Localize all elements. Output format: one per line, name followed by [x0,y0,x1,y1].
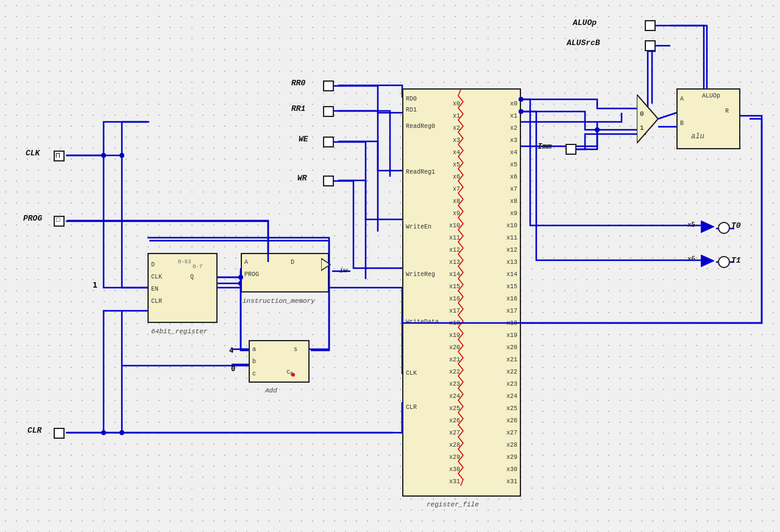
svg-point-9 [101,153,106,158]
we-label: WE [299,135,308,144]
t0-circle[interactable] [718,222,730,234]
wr-label: WR [297,174,307,183]
four-label: 4 [229,346,233,355]
clr-label: CLR [27,426,41,435]
svg-marker-7 [701,221,714,233]
rr1-label: RR1 [291,104,305,113]
circuit-schematic: CLK ⊓ PROG □ CLR D CLK EN CLR Q 0-63 0-7… [0,0,780,532]
extra-wires [0,0,780,532]
svg-text:1: 1 [640,124,644,132]
register-file-label: register_file [427,501,479,508]
t1-label: T1 [731,256,741,265]
we-io-box[interactable] [323,137,334,147]
mux-symbol: 0 1 [637,94,661,143]
t0-label: T0 [731,221,741,230]
svg-marker-3 [321,258,330,271]
prog-box-symbol: □ [56,216,60,224]
imm-label: Imm [537,142,551,151]
wires-layer [0,0,780,532]
iw-label: iw [339,266,347,274]
wr-io-box[interactable] [323,176,334,186]
svg-marker-4 [637,94,658,143]
register64-label: 64bit_register [151,328,207,335]
svg-point-0 [119,153,124,158]
aluop-io-box[interactable] [645,20,656,31]
t1-circle[interactable] [718,256,730,268]
alu-box: A B ALUOp R alu [676,88,740,149]
svg-marker-8 [701,255,714,267]
prog-label: PROG [23,214,42,223]
clk-label: CLK [26,149,40,158]
t1-probe [701,255,718,268]
svg-text:0: 0 [640,110,644,118]
rr1-io-box[interactable] [323,106,334,117]
x6-label: x6 [687,255,695,263]
instruction-memory-label: instruction_memory [243,297,315,305]
svg-point-1 [119,430,124,435]
x5-label: x5 [687,221,695,229]
register-file-box: RD0 RD1 ReadReg0 ReadReg1 WriteEn WriteR… [402,88,521,497]
register64-box: D CLK EN CLR Q 0-63 0-7 [147,253,218,323]
adder-box: a b c s c0 [249,340,310,383]
t0-probe [701,221,718,234]
adder-label: Add [265,387,277,394]
svg-point-10 [101,430,106,435]
zero-label: 0 [231,364,235,373]
one-label: 1 [93,280,98,289]
instruction-memory-box: A PROG D [241,253,329,293]
alusrcb-io-box[interactable] [645,40,656,51]
aluop-label: ALUOp [573,18,597,27]
rr0-label: RR0 [291,79,305,88]
clr-io-box[interactable] [54,428,65,439]
alusrcb-label: ALUSrcB [567,38,600,48]
clk-symbol: ⊓ [55,151,60,160]
rr0-io-box[interactable] [323,80,334,91]
imm-io-box[interactable] [566,144,576,155]
svg-point-12 [595,127,600,132]
